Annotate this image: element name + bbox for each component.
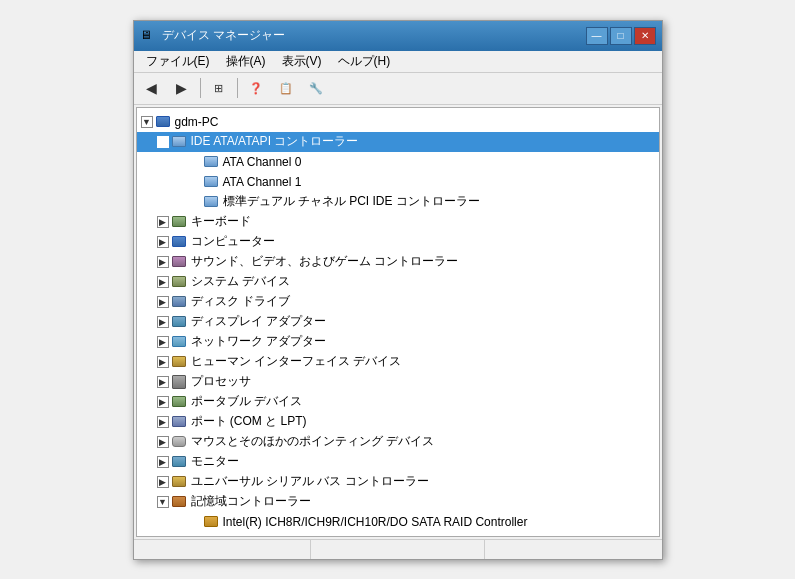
tree-item-storage[interactable]: ▼ 記憶域コントローラー — [137, 492, 659, 512]
network-label: ネットワーク アダプター — [191, 333, 326, 350]
raid-label: Intel(R) ICH8R/ICH9R/ICH10R/DO SATA RAID… — [223, 515, 528, 529]
expand-port[interactable]: ▶ — [157, 416, 169, 428]
keyboard-label: キーボード — [191, 213, 251, 230]
menu-bar: ファイル(E) 操作(A) 表示(V) ヘルプ(H) — [134, 51, 662, 73]
window-title: デバイス マネージャー — [162, 27, 285, 44]
storage-label: 記憶域コントローラー — [191, 493, 311, 510]
tree-item-computer[interactable]: ▶ コンピューター — [137, 232, 659, 252]
computer-icon — [155, 114, 171, 130]
monitor-label: モニター — [191, 453, 239, 470]
network-icon — [171, 334, 187, 350]
port-label: ポート (COM と LPT) — [191, 413, 307, 430]
raid-icon — [203, 514, 219, 530]
expand-mouse[interactable]: ▶ — [157, 436, 169, 448]
expand-keyboard[interactable]: ▶ — [157, 216, 169, 228]
usb-icon — [171, 474, 187, 490]
ata0-icon — [203, 154, 219, 170]
expand-cpu[interactable]: ▶ — [157, 376, 169, 388]
title-buttons: — □ ✕ — [586, 27, 656, 45]
ide-label: IDE ATA/ATAPI コントローラー — [191, 133, 359, 150]
back-button[interactable]: ◀ — [138, 75, 166, 101]
menu-help[interactable]: ヘルプ(H) — [330, 51, 399, 72]
expand-ide[interactable]: ▼ — [157, 136, 169, 148]
tree-item-disk[interactable]: ▶ ディスク ドライブ — [137, 292, 659, 312]
portable-label: ポータブル デバイス — [191, 393, 302, 410]
menu-file[interactable]: ファイル(E) — [138, 51, 218, 72]
expand-monitor[interactable]: ▶ — [157, 456, 169, 468]
system-label: システム デバイス — [191, 273, 290, 290]
disk-icon — [171, 294, 187, 310]
status-bar — [134, 539, 662, 559]
usb-label: ユニバーサル シリアル バス コントローラー — [191, 473, 429, 490]
action-button[interactable]: 🔧 — [302, 75, 330, 101]
tree-item-display[interactable]: ▶ ディスプレイ アダプター — [137, 312, 659, 332]
tree-item-keyboard[interactable]: ▶ キーボード — [137, 212, 659, 232]
status-segment-3 — [485, 540, 658, 559]
toolbar-separator-1 — [200, 78, 201, 98]
expand-portable[interactable]: ▶ — [157, 396, 169, 408]
minimize-button[interactable]: — — [586, 27, 608, 45]
tree-item-sound[interactable]: ▶ サウンド、ビデオ、およびゲーム コントローラー — [137, 252, 659, 272]
expand-computer[interactable]: ▶ — [157, 236, 169, 248]
tree-item-ata1[interactable]: ATA Channel 1 — [137, 172, 659, 192]
keyboard-icon — [171, 214, 187, 230]
ata0-label: ATA Channel 0 — [223, 155, 302, 169]
device-tree: ▼ gdm-PC ▼ IDE ATA/ATAPI コントローラー ATA Cha… — [137, 108, 659, 536]
cpu-icon — [171, 374, 187, 390]
tree-item-mouse[interactable]: ▶ マウスとそのほかのポインティング デバイス — [137, 432, 659, 452]
menu-action[interactable]: 操作(A) — [218, 51, 274, 72]
computer2-icon — [171, 234, 187, 250]
show-button[interactable]: ⊞ — [205, 75, 233, 101]
expand-display[interactable]: ▶ — [157, 316, 169, 328]
expand-root[interactable]: ▼ — [141, 116, 153, 128]
device-manager-window: 🖥 デバイス マネージャー — □ ✕ ファイル(E) 操作(A) 表示(V) … — [133, 20, 663, 560]
expand-storage[interactable]: ▼ — [157, 496, 169, 508]
tree-item-raid[interactable]: Intel(R) ICH8R/ICH9R/ICH10R/DO SATA RAID… — [137, 512, 659, 532]
maximize-button[interactable]: □ — [610, 27, 632, 45]
expand-system[interactable]: ▶ — [157, 276, 169, 288]
display-icon — [171, 314, 187, 330]
props-button[interactable]: 📋 — [272, 75, 300, 101]
tree-item-system[interactable]: ▶ システム デバイス — [137, 272, 659, 292]
tree-item-portable[interactable]: ▶ ポータブル デバイス — [137, 392, 659, 412]
help-button[interactable]: ❓ — [242, 75, 270, 101]
title-bar: 🖥 デバイス マネージャー — □ ✕ — [134, 21, 662, 51]
tree-item-network[interactable]: ▶ ネットワーク アダプター — [137, 332, 659, 352]
root-label: gdm-PC — [175, 115, 219, 129]
tree-item-ata0[interactable]: ATA Channel 0 — [137, 152, 659, 172]
tree-item-usb[interactable]: ▶ ユニバーサル シリアル バス コントローラー — [137, 472, 659, 492]
close-button[interactable]: ✕ — [634, 27, 656, 45]
portable-icon — [171, 394, 187, 410]
expand-network[interactable]: ▶ — [157, 336, 169, 348]
tree-item-ide[interactable]: ▼ IDE ATA/ATAPI コントローラー — [137, 132, 659, 152]
cpu-label: プロセッサ — [191, 373, 251, 390]
tree-item-cpu[interactable]: ▶ プロセッサ — [137, 372, 659, 392]
sound-label: サウンド、ビデオ、およびゲーム コントローラー — [191, 253, 458, 270]
expand-usb[interactable]: ▶ — [157, 476, 169, 488]
forward-button[interactable]: ▶ — [168, 75, 196, 101]
pci-ide-label: 標準デュアル チャネル PCI IDE コントローラー — [223, 193, 480, 210]
hid-label: ヒューマン インターフェイス デバイス — [191, 353, 402, 370]
tree-item-root[interactable]: ▼ gdm-PC — [137, 112, 659, 132]
pci-ide-icon — [203, 194, 219, 210]
status-segment-2 — [311, 540, 485, 559]
port-icon — [171, 414, 187, 430]
title-bar-left: 🖥 デバイス マネージャー — [140, 27, 285, 44]
computer-label: コンピューター — [191, 233, 275, 250]
expand-disk[interactable]: ▶ — [157, 296, 169, 308]
expand-hid[interactable]: ▶ — [157, 356, 169, 368]
ata1-label: ATA Channel 1 — [223, 175, 302, 189]
tree-item-pci-ide[interactable]: 標準デュアル チャネル PCI IDE コントローラー — [137, 192, 659, 212]
device-tree-container[interactable]: ▼ gdm-PC ▼ IDE ATA/ATAPI コントローラー ATA Cha… — [136, 107, 660, 537]
storage-icon — [171, 494, 187, 510]
expand-sound[interactable]: ▶ — [157, 256, 169, 268]
display-label: ディスプレイ アダプター — [191, 313, 326, 330]
menu-view[interactable]: 表示(V) — [274, 51, 330, 72]
tree-item-hid[interactable]: ▶ ヒューマン インターフェイス デバイス — [137, 352, 659, 372]
window-icon: 🖥 — [140, 28, 156, 44]
disk-label: ディスク ドライブ — [191, 293, 290, 310]
mouse-label: マウスとそのほかのポインティング デバイス — [191, 433, 434, 450]
toolbar: ◀ ▶ ⊞ ❓ 📋 🔧 — [134, 73, 662, 105]
tree-item-port[interactable]: ▶ ポート (COM と LPT) — [137, 412, 659, 432]
tree-item-monitor[interactable]: ▶ モニター — [137, 452, 659, 472]
